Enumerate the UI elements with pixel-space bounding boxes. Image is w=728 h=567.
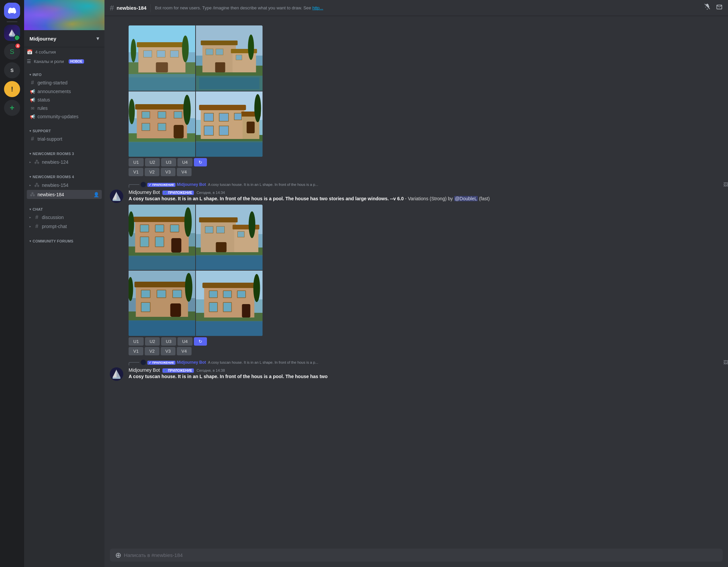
message-header-1: Midjourney Bot ✓ ПРИЛОЖЕНИЕ Сегодня, в 1… bbox=[129, 190, 723, 195]
section-info: ▾ INFO # getting-started 📢 announcements… bbox=[24, 66, 104, 122]
svg-rect-72 bbox=[140, 225, 149, 232]
svg-point-93 bbox=[249, 211, 256, 238]
message-author-2: Midjourney Bot bbox=[129, 367, 160, 373]
message-group-1: ✓ ПРИЛОЖЕНИЕ Midjourney Bot A cosy tusca… bbox=[104, 182, 728, 357]
svg-point-106 bbox=[185, 273, 193, 302]
ref-author-1: Midjourney Bot bbox=[177, 182, 206, 187]
buttons-u-row-1: U1 U2 U3 U4 ↻ bbox=[129, 337, 723, 346]
svg-rect-74 bbox=[170, 225, 179, 232]
channel-name-newbies-124: newbies-124 bbox=[42, 159, 68, 165]
btn-v4-1[interactable]: V4 bbox=[177, 347, 192, 355]
btn-v1-1[interactable]: V1 bbox=[129, 347, 143, 355]
section-header-support[interactable]: ▾ SUPPORT bbox=[27, 128, 102, 134]
channel-item-status[interactable]: 📢 status bbox=[27, 96, 102, 104]
btn-v3-1[interactable]: V3 bbox=[161, 347, 175, 355]
messages-area[interactable]: U1 U2 U3 U4 ↻ V1 V2 V3 V4 ✓ ПРИЛОЖЕНИЕ bbox=[104, 16, 728, 549]
server-icon-midjourney[interactable] bbox=[4, 25, 20, 41]
channel-item-newbies-154[interactable]: ▸ ⁂ newbies-154 bbox=[27, 181, 102, 190]
btn-v3-top[interactable]: V3 bbox=[161, 168, 175, 176]
channel-item-announcements[interactable]: 📢 announcements bbox=[27, 87, 102, 95]
megaphone-icon: 📢 bbox=[29, 89, 35, 94]
message-text-1: A cosy tuscan house. It is in an L shape… bbox=[129, 196, 723, 202]
svg-rect-12 bbox=[170, 51, 179, 57]
chat-input[interactable] bbox=[124, 549, 717, 562]
channel-name-status: status bbox=[38, 97, 50, 102]
server-icon-add[interactable]: + bbox=[4, 100, 20, 116]
mention-1: @DoubleL bbox=[454, 196, 478, 201]
top-buttons-u-row: U1 U2 U3 U4 ↻ bbox=[129, 158, 723, 166]
svg-rect-41 bbox=[158, 123, 166, 131]
section-header-chat[interactable]: ▾ CHAT bbox=[27, 206, 102, 213]
channel-item-discussion[interactable]: ▸ # discussion bbox=[27, 213, 102, 222]
add-attachment-button[interactable]: ⊕ bbox=[115, 551, 121, 560]
btn-u3-1[interactable]: U3 bbox=[161, 337, 176, 346]
server-icon-discord[interactable] bbox=[4, 3, 20, 19]
btn-u2-top[interactable]: U2 bbox=[145, 158, 160, 166]
channel-item-community-updates[interactable]: 📢 community-updates bbox=[27, 113, 102, 121]
channels-roles-item[interactable]: ☰ Каналы и роли НОВОЕ bbox=[24, 57, 104, 66]
svg-rect-40 bbox=[142, 123, 150, 131]
btn-u2-1[interactable]: U2 bbox=[145, 337, 160, 346]
btn-refresh-1[interactable]: ↻ bbox=[194, 337, 207, 346]
svg-rect-115 bbox=[209, 291, 218, 298]
bell-slash-icon[interactable] bbox=[704, 4, 711, 12]
btn-u4-top[interactable]: U4 bbox=[177, 158, 193, 166]
channel-item-newbies-184[interactable]: ⁂ newbies-184 👤 bbox=[27, 190, 102, 199]
btn-u1-top[interactable]: U1 bbox=[129, 158, 144, 166]
hash-icon-discussion: # bbox=[34, 214, 40, 220]
megaphone-icon-2: 📢 bbox=[29, 97, 35, 102]
btn-v4-top[interactable]: V4 bbox=[177, 168, 192, 176]
channel-name-trial-support: trial-support bbox=[38, 136, 62, 142]
svg-rect-75 bbox=[140, 237, 149, 247]
svg-rect-88 bbox=[233, 225, 260, 229]
section-header-info[interactable]: ▾ INFO bbox=[27, 71, 102, 78]
btn-u1-1[interactable]: U1 bbox=[129, 337, 144, 346]
server-header[interactable]: Midjourney ▾ bbox=[24, 30, 104, 47]
image-cell-3 bbox=[129, 91, 195, 157]
hash-dotted-icon-184: ⁂ bbox=[29, 191, 35, 198]
svg-point-60 bbox=[254, 94, 261, 122]
btn-u3-top[interactable]: U3 bbox=[161, 158, 176, 166]
section-arrow-community: ▾ bbox=[29, 239, 31, 243]
svg-rect-28 bbox=[215, 62, 225, 72]
ref-app-badge-2: ✓ ПРИЛОЖЕНИЕ bbox=[147, 360, 175, 365]
list-icon: ☰ bbox=[27, 59, 31, 64]
channel-item-newbies-124[interactable]: ▸ ⁂ newbies-124 bbox=[27, 157, 102, 166]
section-header-newcomer-4[interactable]: ▾ NEWCOMER ROOMS 4 bbox=[27, 173, 102, 180]
server-banner bbox=[24, 0, 104, 30]
channel-name-newbies-154: newbies-154 bbox=[42, 183, 68, 188]
server-badge-3: 4 bbox=[15, 43, 21, 49]
btn-refresh-top[interactable]: ↻ bbox=[194, 158, 207, 166]
server-icon-exclamation[interactable]: ! bbox=[4, 81, 20, 97]
btn-v2-top[interactable]: V2 bbox=[145, 168, 159, 176]
server-icon-3[interactable]: S 4 bbox=[4, 44, 20, 60]
message-ref-2: ✓ ПРИЛОЖЕНИЕ Midjourney Bot A cosy tusca… bbox=[104, 359, 728, 365]
btn-v2-1[interactable]: V2 bbox=[145, 347, 159, 355]
svg-point-43 bbox=[184, 95, 191, 125]
svg-rect-100 bbox=[135, 282, 190, 287]
add-user-icon[interactable]: 👤 bbox=[93, 192, 99, 197]
topic-link[interactable]: http... bbox=[312, 5, 323, 10]
section-chat: ▾ CHAT ▸ # discussion ▸ # prompt-chat bbox=[24, 201, 104, 232]
channel-item-getting-started[interactable]: # getting-started bbox=[27, 78, 102, 87]
channel-item-prompt-chat[interactable]: ▸ # prompt-chat bbox=[27, 222, 102, 231]
svg-rect-26 bbox=[216, 49, 223, 55]
section-header-community-forums[interactable]: ▾ COMMUNITY FORUMS bbox=[27, 238, 102, 244]
channel-item-rules[interactable]: ✉ rules bbox=[27, 104, 102, 112]
section-header-newcomer-3[interactable]: ▾ NEWCOMER ROOMS 3 bbox=[27, 150, 102, 157]
events-item[interactable]: 📅 4 события bbox=[24, 47, 104, 57]
svg-rect-52 bbox=[199, 105, 246, 110]
btn-v1-top[interactable]: V1 bbox=[129, 168, 143, 176]
svg-point-29 bbox=[248, 34, 254, 60]
btn-u4-1[interactable]: U4 bbox=[177, 337, 193, 346]
svg-rect-27 bbox=[236, 55, 242, 60]
svg-rect-102 bbox=[157, 290, 166, 298]
chat-input-area: ⊕ bbox=[104, 549, 728, 567]
channel-item-trial-support[interactable]: # trial-support bbox=[27, 135, 102, 143]
server-sidebar: S 4 S ! + bbox=[0, 0, 24, 567]
inbox-icon[interactable] bbox=[716, 4, 723, 12]
svg-rect-114 bbox=[203, 283, 256, 288]
svg-point-14 bbox=[182, 36, 189, 62]
server-icon-4[interactable]: S bbox=[4, 62, 20, 78]
svg-rect-126 bbox=[113, 377, 121, 379]
